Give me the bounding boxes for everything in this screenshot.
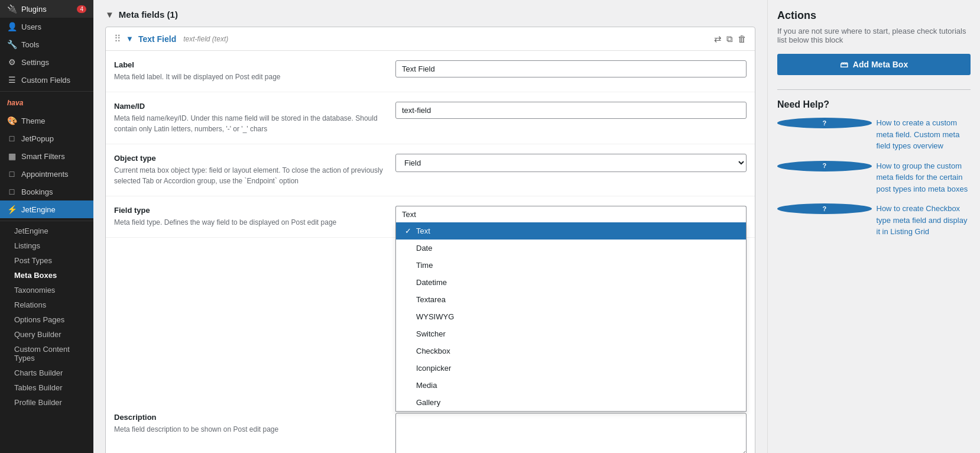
sidebar-sub-label: JetEngine: [14, 226, 48, 235]
dropdown-option-text[interactable]: ✓Text: [396, 222, 746, 240]
sidebar-item-label: Bookings: [21, 187, 53, 196]
help-link-text-1: How to group the custom meta fields for …: [877, 160, 971, 195]
dropdown-option-media[interactable]: Media: [396, 377, 746, 394]
field-type-label-col: Field type Meta field type. Defines the …: [114, 206, 386, 228]
label-input-col: [395, 60, 747, 77]
sidebar-item-label: Appointments: [21, 170, 69, 179]
sidebar-item-label: JetEngine: [21, 205, 56, 214]
content-area: ▼ Meta fields (1) ⠿ ▼ Text Field text-fi…: [93, 0, 980, 453]
sidebar-sub-post-types[interactable]: Post Types: [0, 253, 93, 268]
check-icon: ✓: [403, 226, 413, 235]
field-type-desc: Meta field type. Defines the way field t…: [114, 217, 386, 228]
dropdown-option-radio[interactable]: Radio: [396, 411, 746, 412]
dropdown-option-switcher[interactable]: Switcher: [396, 325, 746, 342]
dropdown-option-label: Time: [416, 261, 433, 270]
dropdown-option-checkbox[interactable]: Checkbox: [396, 342, 746, 360]
shuffle-icon[interactable]: ⇄: [714, 34, 722, 44]
field-slug-label: text-field (text): [183, 35, 228, 43]
main-content: ▼ Meta fields (1) ⠿ ▼ Text Field text-fi…: [93, 0, 980, 453]
sidebar-sub-meta-boxes[interactable]: Meta Boxes: [0, 268, 93, 283]
sidebar-item-tools[interactable]: 🔧 Tools: [0, 35, 93, 53]
plugin-icon: 🔌: [7, 4, 17, 14]
help-link-text-0: How to create a custom meta field. Custo…: [877, 117, 971, 152]
dropdown-option-textarea[interactable]: Textarea: [396, 291, 746, 308]
object-type-input-col: Field Tab Accordion Endpoint: [395, 154, 747, 172]
dropdown-option-label: WYSIWYG: [416, 312, 454, 321]
dropdown-option-label: Text: [416, 226, 430, 235]
sidebar-item-bookings[interactable]: □ Bookings: [0, 183, 93, 200]
sidebar-sub-charts-builder[interactable]: Charts Builder: [0, 365, 93, 380]
users-icon: 👤: [7, 22, 17, 31]
sidebar-item-label: Users: [21, 22, 41, 31]
copy-icon[interactable]: ⧉: [726, 34, 733, 44]
description-textarea[interactable]: [395, 413, 747, 453]
meta-fields-chevron[interactable]: ▼: [105, 9, 114, 20]
actions-desc: If you are not sure where to start, plea…: [777, 27, 971, 44]
object-type-select[interactable]: Field Tab Accordion Endpoint: [395, 154, 747, 172]
sidebar-item-jetpopup[interactable]: □ JetPopup: [0, 130, 93, 147]
add-meta-box-button[interactable]: 🗃 Add Meta Box: [777, 54, 971, 75]
meta-fields-title: Meta fields (1): [119, 9, 178, 20]
sidebar-item-custom-fields[interactable]: ☰ Custom Fields: [0, 71, 93, 89]
jetengine-icon: ⚡: [7, 205, 17, 214]
dropdown-option-datetime[interactable]: Datetime: [396, 274, 746, 291]
field-card-body: Label Meta field label. It will be displ…: [106, 51, 755, 453]
help-link-1[interactable]: ? How to group the custom meta fields fo…: [777, 160, 971, 195]
sidebar-item-settings[interactable]: ⚙ Settings: [0, 53, 93, 71]
label-col: Label Meta field label. It will be displ…: [114, 60, 386, 82]
sidebar-sub-jetengine[interactable]: JetEngine: [0, 224, 93, 238]
bookings-icon: □: [7, 187, 17, 196]
sidebar-sub-label: Tables Builder: [14, 383, 63, 392]
sidebar-item-label: Tools: [21, 40, 39, 49]
sidebar-sub-taxonomies[interactable]: Taxonomies: [0, 283, 93, 297]
help-link-2[interactable]: ? How to create Checkbox type meta field…: [777, 203, 971, 238]
label-input[interactable]: [395, 60, 747, 77]
sidebar-sub-options-pages[interactable]: Options Pages: [0, 312, 93, 327]
name-input-col: [395, 102, 747, 119]
sidebar: 🔌 Plugins 4 👤 Users 🔧 Tools ⚙ Settings ☰…: [0, 0, 93, 453]
center-panel: ▼ Meta fields (1) ⠿ ▼ Text Field text-fi…: [93, 0, 767, 453]
description-input-col: [395, 413, 747, 453]
name-field-title: Name/ID: [114, 102, 386, 111]
sidebar-sub-listings[interactable]: Listings: [0, 238, 93, 253]
sidebar-sub-label: Profile Builder: [14, 398, 62, 407]
jetpopup-icon: □: [7, 134, 17, 143]
sidebar-sub-relations[interactable]: Relations: [0, 297, 93, 312]
sidebar-sub-profile-builder[interactable]: Profile Builder: [0, 395, 93, 410]
sidebar-sub-custom-content-types[interactable]: Custom Content Types: [0, 342, 93, 365]
sidebar-item-plugins[interactable]: 🔌 Plugins 4: [0, 0, 93, 18]
dropdown-option-wysiwyg[interactable]: WYSIWYG: [396, 308, 746, 325]
sidebar-sub-label: Custom Content Types: [14, 345, 70, 363]
name-input[interactable]: [395, 102, 747, 119]
field-type-input[interactable]: [395, 206, 747, 222]
drag-handle-icon[interactable]: ⠿: [114, 33, 121, 44]
sidebar-sub-query-builder[interactable]: Query Builder: [0, 327, 93, 342]
sidebar-item-label: Plugins: [21, 5, 47, 14]
expand-icon[interactable]: ▼: [126, 34, 134, 43]
dropdown-option-label: Date: [416, 244, 432, 253]
dropdown-option-date[interactable]: Date: [396, 240, 746, 257]
add-meta-box-icon: 🗃: [840, 60, 848, 69]
label-field-row: Label Meta field label. It will be displ…: [106, 51, 755, 92]
sidebar-item-label: Theme: [21, 117, 45, 125]
sidebar-brand: hava: [0, 94, 93, 112]
sidebar-item-appointments[interactable]: □ Appointments: [0, 165, 93, 183]
theme-icon: 🎨: [7, 116, 17, 125]
help-icon-1: ?: [777, 161, 872, 172]
field-type-row: Field type Meta field type. Defines the …: [106, 196, 755, 238]
delete-icon[interactable]: 🗑: [738, 34, 747, 44]
sidebar-item-users[interactable]: 👤 Users: [0, 18, 93, 35]
sidebar-sub-tables-builder[interactable]: Tables Builder: [0, 380, 93, 395]
dropdown-option-gallery[interactable]: Gallery: [396, 394, 746, 411]
field-card-actions: ⇄ ⧉ 🗑: [714, 34, 747, 44]
dropdown-option-time[interactable]: Time: [396, 257, 746, 274]
sidebar-item-theme[interactable]: 🎨 Theme: [0, 112, 93, 130]
dropdown-option-label: Iconpicker: [416, 364, 451, 373]
sidebar-item-smart-filters[interactable]: ▦ Smart Filters: [0, 147, 93, 165]
dropdown-option-iconpicker[interactable]: Iconpicker: [396, 360, 746, 377]
actions-title: Actions: [777, 9, 971, 22]
field-name-label: Text Field: [138, 34, 176, 44]
sidebar-item-jetengine[interactable]: ⚡ JetEngine: [0, 200, 93, 218]
tools-icon: 🔧: [7, 40, 17, 49]
help-link-0[interactable]: ? How to create a custom meta field. Cus…: [777, 117, 971, 152]
